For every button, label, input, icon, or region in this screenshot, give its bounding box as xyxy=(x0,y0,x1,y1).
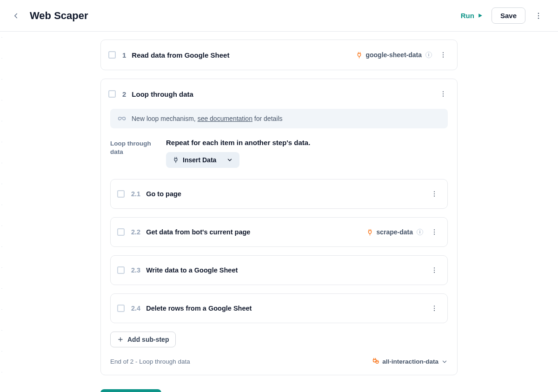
info-icon[interactable]: i xyxy=(417,229,423,235)
loop-output-label: all-interaction-data xyxy=(382,358,438,365)
chevron-left-icon xyxy=(12,12,20,20)
substep-2-3-more-button[interactable] xyxy=(428,264,441,277)
step-2-body: New loop mechanism, see documentation fo… xyxy=(101,109,457,375)
loop-config: Loop through data Repeat for each item i… xyxy=(110,139,448,168)
step-1-title: Read data from Google Sheet xyxy=(132,51,229,59)
back-button[interactable] xyxy=(10,10,21,21)
substep-2-2-output-label: scrape-data xyxy=(376,228,413,236)
substep-2-4-checkbox[interactable] xyxy=(117,305,125,312)
plug-icon xyxy=(173,157,179,163)
substep-2-2-checkbox[interactable] xyxy=(117,228,125,236)
substep-2-2[interactable]: 2.2 Get data from bot's current page scr… xyxy=(110,217,448,247)
workflow-canvas: 1 Read data from Google Sheet google-she… xyxy=(100,40,458,392)
substep-2-4-number: 2.4 xyxy=(131,305,140,312)
left-ruler-decoration xyxy=(0,37,5,391)
more-vertical-icon xyxy=(431,190,438,198)
header-more-button[interactable] xyxy=(532,9,545,22)
more-vertical-icon xyxy=(431,266,438,274)
substep-2-3-checkbox[interactable] xyxy=(117,266,125,274)
loop-footer-text: End of 2 - Loop through data xyxy=(110,358,190,365)
plus-icon xyxy=(117,336,124,343)
header-left: Web Scaper xyxy=(10,10,88,22)
step-1-card[interactable]: 1 Read data from Google Sheet google-she… xyxy=(100,40,458,70)
svg-point-13 xyxy=(434,196,435,197)
svg-point-2 xyxy=(538,13,539,13)
step-1-output-label: google-sheet-data xyxy=(365,51,422,59)
step-2-card: 2 Loop through data New loop mechanism, … xyxy=(100,79,458,375)
svg-point-10 xyxy=(443,96,444,97)
chevron-down-icon xyxy=(441,359,448,365)
run-button[interactable]: Run xyxy=(459,9,485,22)
step-2-checkbox[interactable] xyxy=(108,90,116,98)
substep-2-4-title: Delete rows from a Google Sheet xyxy=(146,305,252,312)
svg-point-14 xyxy=(434,229,435,230)
svg-point-12 xyxy=(434,193,435,194)
step-2-title: Loop through data xyxy=(132,90,193,98)
plug-group-icon xyxy=(372,358,379,365)
step-1-number: 1 xyxy=(122,51,126,59)
svg-point-21 xyxy=(434,308,435,309)
svg-point-5 xyxy=(443,52,444,53)
substep-2-1-checkbox[interactable] xyxy=(117,190,125,198)
page-header: Web Scaper Run Save xyxy=(0,0,558,32)
svg-point-16 xyxy=(434,234,435,235)
step-2-number: 2 xyxy=(122,90,126,98)
save-button-label: Save xyxy=(500,12,517,20)
svg-point-17 xyxy=(434,267,435,268)
more-vertical-icon xyxy=(439,90,447,98)
substep-2-3-title: Write data to a Google Sheet xyxy=(146,266,238,274)
svg-point-19 xyxy=(434,272,435,273)
add-step-button[interactable]: Add step xyxy=(100,389,161,392)
step-1-checkbox[interactable] xyxy=(108,51,116,59)
step-1-more-button[interactable] xyxy=(437,48,450,61)
step-2-header[interactable]: 2 Loop through data xyxy=(101,79,457,109)
substep-2-4-more-button[interactable] xyxy=(428,302,441,315)
more-vertical-icon xyxy=(534,12,543,20)
add-substep-button[interactable]: Add sub-step xyxy=(110,332,176,347)
loop-banner-link[interactable]: see documentation xyxy=(198,115,252,122)
loop-footer: End of 2 - Loop through data all-interac… xyxy=(110,358,448,365)
svg-point-4 xyxy=(538,18,539,19)
substep-2-1-number: 2.1 xyxy=(131,190,140,198)
insert-data-button[interactable]: Insert Data xyxy=(166,152,239,168)
add-substep-label: Add sub-step xyxy=(127,336,169,343)
header-right: Run Save xyxy=(459,7,545,24)
substep-2-2-output-chip[interactable]: scrape-data i xyxy=(366,228,423,236)
plug-icon xyxy=(356,52,363,59)
loop-banner: New loop mechanism, see documentation fo… xyxy=(110,109,448,128)
save-button[interactable]: Save xyxy=(492,7,525,24)
svg-point-9 xyxy=(443,93,444,94)
substep-list: 2.1 Go to page 2.2 Get data from bot's c… xyxy=(110,179,448,323)
more-vertical-icon xyxy=(431,228,438,236)
substep-2-2-number: 2.2 xyxy=(131,228,140,236)
svg-point-7 xyxy=(443,57,444,58)
page-title: Web Scaper xyxy=(30,10,88,22)
svg-point-18 xyxy=(434,270,435,271)
loop-config-main: Repeat for each item in another step's d… xyxy=(166,139,448,168)
substep-2-1-more-button[interactable] xyxy=(428,187,441,200)
run-button-label: Run xyxy=(461,12,474,20)
substep-2-2-more-button[interactable] xyxy=(428,226,441,239)
svg-point-20 xyxy=(434,306,435,306)
insert-data-label: Insert Data xyxy=(183,156,216,164)
svg-marker-1 xyxy=(478,13,482,18)
substep-2-3-number: 2.3 xyxy=(131,266,140,274)
play-icon xyxy=(477,13,483,19)
substep-2-1[interactable]: 2.1 Go to page xyxy=(110,179,448,209)
plug-icon xyxy=(366,229,373,236)
loop-output-chip[interactable]: all-interaction-data xyxy=(372,358,448,365)
svg-point-11 xyxy=(434,191,435,192)
substep-2-4[interactable]: 2.4 Delete rows from a Google Sheet xyxy=(110,293,448,323)
step-1-output-chip[interactable]: google-sheet-data i xyxy=(356,51,432,59)
more-vertical-icon xyxy=(439,51,447,59)
substep-2-2-title: Get data from bot's current page xyxy=(146,228,250,236)
loop-banner-text: New loop mechanism, see documentation fo… xyxy=(132,115,283,122)
step-1-header: 1 Read data from Google Sheet google-she… xyxy=(101,40,457,70)
more-vertical-icon xyxy=(431,305,438,312)
svg-point-3 xyxy=(538,15,539,16)
substep-2-3[interactable]: 2.3 Write data to a Google Sheet xyxy=(110,255,448,285)
svg-point-8 xyxy=(443,91,444,92)
info-icon[interactable]: i xyxy=(425,52,432,58)
svg-point-22 xyxy=(434,310,435,311)
step-2-more-button[interactable] xyxy=(437,87,450,100)
